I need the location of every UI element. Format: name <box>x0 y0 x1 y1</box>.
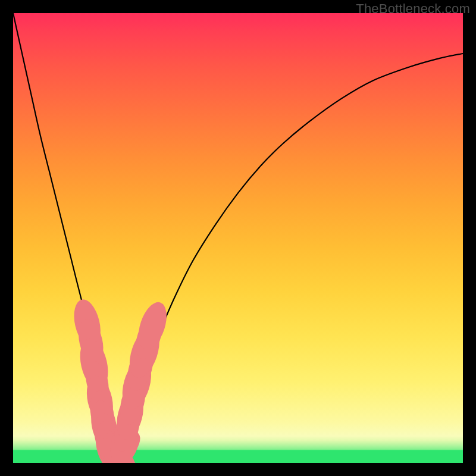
bottleneck-curve <box>13 13 463 459</box>
chart-frame: TheBottleneck.com <box>0 0 476 476</box>
plot-area <box>13 13 463 463</box>
watermark-text: TheBottleneck.com <box>356 1 470 17</box>
highlight-beads <box>70 297 172 463</box>
curve-layer <box>13 13 463 463</box>
